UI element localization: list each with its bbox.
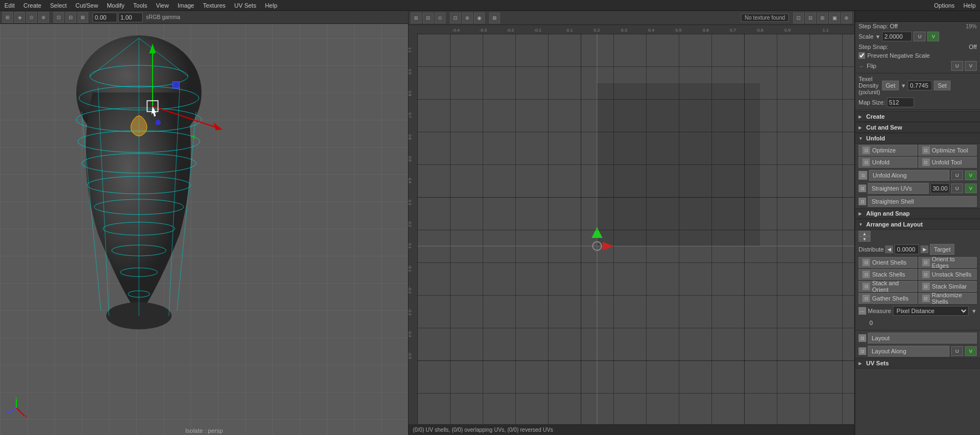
uv-tool-5[interactable]: ⊕ <box>462 13 473 23</box>
layout-btn[interactable]: Layout <box>868 333 977 344</box>
uv-display-5[interactable]: ⊕ <box>841 13 852 23</box>
measure-dropdown[interactable]: Pixel Distance <box>893 306 969 316</box>
uv-tool-1[interactable]: ⊞ <box>411 13 422 23</box>
svg-text:-0.4: -0.4 <box>452 28 460 33</box>
menu-help-right[interactable]: Help <box>959 1 980 10</box>
unfold-along-u-btn[interactable]: U <box>951 170 963 180</box>
svg-rect-27 <box>173 82 179 88</box>
unfold-section-header[interactable]: Unfold <box>855 133 980 144</box>
uv-tool-6[interactable]: ◉ <box>474 13 485 23</box>
flip-u-btn[interactable]: U <box>951 61 963 71</box>
set-btn[interactable]: Set <box>934 81 951 90</box>
prevent-neg-scale-checkbox[interactable] <box>859 52 865 59</box>
distribute-down-btn[interactable]: ▼ <box>859 236 871 242</box>
texel-density-input[interactable] <box>908 81 932 90</box>
uv-ruler-vertical: 1.1 0.9 0.8 0.7 0.6 0.5 0.4 0.3 0.2 0.1 … <box>409 34 417 424</box>
straighten-shell-btn[interactable]: Straighten Shell <box>868 196 977 207</box>
stepsnap-value: Off <box>890 23 897 29</box>
straighten-u-btn[interactable]: U <box>951 183 963 193</box>
tool-icon-2[interactable]: ◈ <box>14 12 25 23</box>
stepsnap-label: Step Snap: <box>859 23 888 29</box>
menu-image[interactable]: Image <box>173 1 199 10</box>
svg-text:0.5: 0.5 <box>675 28 682 33</box>
menu-create[interactable]: Create <box>19 1 46 10</box>
create-collapse-icon <box>859 114 864 119</box>
viewport-input-1[interactable] <box>93 13 117 22</box>
flip-v-btn[interactable]: V <box>965 61 977 71</box>
uvsets-section-header[interactable]: UV Sets <box>855 358 980 369</box>
straighten-uvs-btn[interactable]: Straighten UVs <box>868 183 929 194</box>
menu-options[interactable]: Options <box>929 1 959 10</box>
uv-tool-7[interactable]: ⊠ <box>489 13 500 23</box>
menu-help[interactable]: Help <box>260 1 282 10</box>
get-btn[interactable]: Get <box>882 81 899 90</box>
orient-shells-btn[interactable]: ⊡ Orient Shells <box>859 257 917 268</box>
menu-cutsew[interactable]: Cut/Sew <box>71 1 103 10</box>
optimize-btn[interactable]: ⊡ Optimize <box>859 145 917 156</box>
unfold-tool-btn[interactable]: ⊡ Unfold Tool <box>918 157 977 168</box>
flip-row: ↔ Flip U V <box>855 60 980 72</box>
scale-v-btn[interactable]: V <box>927 32 939 41</box>
tool-icon-4[interactable]: ⊕ <box>38 12 49 23</box>
alignsnap-section-header[interactable]: Align and Snap <box>855 208 980 219</box>
uv-display-2[interactable]: ⊟ <box>805 13 816 23</box>
orient-to-edges-btn[interactable]: ⊡ Orient to Edges <box>918 257 977 268</box>
tool-icon-7[interactable]: ⊠ <box>77 12 88 23</box>
uv-display-3[interactable]: ⊞ <box>817 13 828 23</box>
ruler-v-svg: 1.1 0.9 0.8 0.7 0.6 0.5 0.4 0.3 0.2 0.1 … <box>409 34 417 424</box>
cutsew-section-header[interactable]: Cut and Sew <box>855 122 980 133</box>
stepsnap2-value: Off <box>969 44 977 50</box>
viewport-input-2[interactable] <box>118 13 143 22</box>
svg-text:0.9: 0.9 <box>409 69 412 75</box>
tool-icon-3[interactable]: ⊙ <box>26 12 37 23</box>
randomize-shells-btn[interactable]: ⊡ Randomize Shells <box>918 293 977 304</box>
arrange-section-header[interactable]: Arrange and Layout <box>855 219 980 230</box>
distribute-value-input[interactable] <box>894 244 919 254</box>
uv-tool-2[interactable]: ⊟ <box>423 13 434 23</box>
mapsize-input[interactable] <box>887 97 914 107</box>
layout-along-u-btn[interactable]: U <box>951 346 963 356</box>
create-section-header[interactable]: Create <box>855 111 980 122</box>
tool-icon-5[interactable]: ⊡ <box>53 12 64 23</box>
viewport-3d[interactable]: ⊞ ◈ ⊙ ⊕ ⊡ ⊟ ⊠ sRGB gamma <box>0 11 409 435</box>
uv-display-4[interactable]: ▣ <box>829 13 840 23</box>
tool-icon-6[interactable]: ⊟ <box>65 12 76 23</box>
uv-tool-4[interactable]: ⊡ <box>450 13 461 23</box>
layout-along-btn[interactable]: Layout Along <box>868 346 949 357</box>
distribute-right-btn[interactable]: ▶ <box>921 246 928 253</box>
optimize-tool-btn[interactable]: ⊡ Optimize Tool <box>918 145 977 156</box>
svg-text:0.8: 0.8 <box>409 91 412 96</box>
menu-select[interactable]: Select <box>46 1 71 10</box>
gather-shells-btn[interactable]: ⊡ Gather Shells <box>859 293 917 304</box>
measure-icon: — <box>859 307 866 315</box>
straighten-uvs-input[interactable] <box>930 183 949 193</box>
scale-u-btn[interactable]: U <box>914 32 926 41</box>
menu-view[interactable]: View <box>151 1 173 10</box>
distribute-left-btn[interactable]: ◀ <box>885 246 893 253</box>
arrange-collapse-icon <box>859 222 864 227</box>
measure-row: — Measure Pixel Distance ▼ <box>855 305 980 317</box>
divider-1 <box>855 73 980 73</box>
distribute-up-btn[interactable]: ▲ <box>859 231 871 236</box>
uv-main-canvas[interactable] <box>417 34 854 424</box>
menu-modify[interactable]: Modify <box>102 1 129 10</box>
unfold-along-btn[interactable]: Unfold Along <box>869 170 949 181</box>
layout-along-v-btn[interactable]: V <box>965 346 977 356</box>
menu-uvsets[interactable]: UV Sets <box>230 1 260 10</box>
unstack-shells-btn[interactable]: ⊡ Unstack Shells <box>918 269 977 280</box>
menu-tools[interactable]: Tools <box>129 1 152 10</box>
tool-icon-1[interactable]: ⊞ <box>2 12 13 23</box>
stack-and-orient-btn[interactable]: ⊡ Stack and Orient <box>859 281 917 292</box>
scale-input[interactable] <box>882 32 912 41</box>
distribute-target-btn[interactable]: Target <box>930 244 954 255</box>
menu-textures[interactable]: Textures <box>198 1 230 10</box>
straighten-v-btn[interactable]: V <box>965 183 977 193</box>
stack-similar-btn[interactable]: ⊡ Stack Similar <box>918 281 977 292</box>
uv-display-1[interactable]: ⊡ <box>793 13 804 23</box>
menu-edit[interactable]: Edit <box>0 1 19 10</box>
uv-tool-3[interactable]: ⊙ <box>435 13 446 23</box>
unfold-along-v-btn[interactable]: V <box>965 170 977 180</box>
uv-editor[interactable]: ⊞ ⊟ ⊙ ⊡ ⊕ ◉ ⊠ No texture found ⊡ ⊟ ⊞ ▣ ⊕… <box>409 11 855 435</box>
unfold-btn[interactable]: ⊡ Unfold <box>859 157 917 168</box>
stack-shells-btn[interactable]: ⊡ Stack Shells <box>859 269 917 280</box>
